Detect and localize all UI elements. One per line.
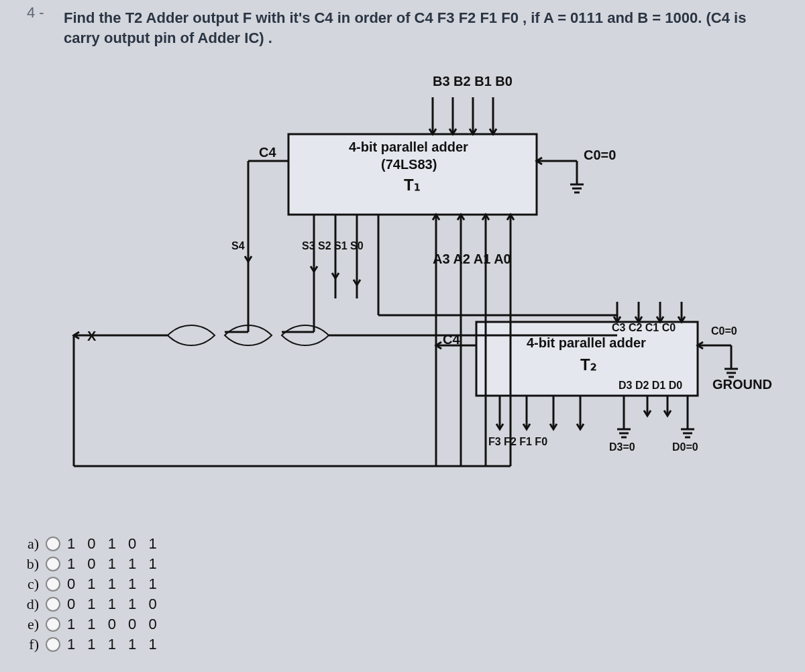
radio-icon[interactable] — [46, 617, 60, 632]
t2-title: 4-bit parallel adder — [527, 335, 646, 351]
t1-line1: 4-bit parallel adder — [349, 139, 468, 155]
t1-c0: C0=0 — [584, 148, 616, 163]
t1-line2: (74LS83) — [381, 157, 437, 172]
answer-e[interactable]: e) 1 1 0 0 0 — [21, 616, 161, 633]
t2-f-outputs: F3 F2 F1 F0 — [488, 436, 547, 448]
answer-value: 1 1 0 0 0 — [67, 616, 161, 633]
answer-d[interactable]: d) 0 1 1 1 0 — [21, 596, 161, 613]
answer-value: 0 1 1 1 0 — [67, 596, 161, 613]
t2-ground: GROUND — [712, 377, 772, 392]
t2-d-outputs: D3 D2 D1 D0 — [619, 380, 682, 392]
t2-c0: C0=0 — [711, 325, 737, 337]
t1-a-inputs: A3 A2 A1 A0 — [433, 251, 511, 267]
answer-letter: c) — [21, 575, 39, 593]
question-text: Find the T2 Adder output F with it's C4 … — [64, 8, 782, 48]
x-output-label: X — [87, 329, 96, 344]
t2-line2: T₂ — [580, 355, 597, 374]
b-inputs-label: B3 B2 B1 B0 — [433, 74, 513, 89]
t2-d3: D3=0 — [609, 441, 635, 453]
answer-letter: f) — [21, 636, 39, 653]
t1-s-outputs: S3 S2 S1 S0 — [302, 240, 364, 252]
answer-list: a) 1 0 1 0 1 b) 1 0 1 1 1 c) 0 1 1 1 1 d… — [21, 535, 161, 653]
answer-f[interactable]: f) 1 1 1 1 1 — [21, 636, 161, 653]
radio-icon[interactable] — [46, 557, 60, 571]
answer-value: 1 1 1 1 1 — [67, 636, 161, 653]
t1-c4: C4 — [259, 145, 276, 160]
answer-letter: b) — [21, 555, 39, 573]
answer-b[interactable]: b) 1 0 1 1 1 — [21, 555, 161, 573]
answer-value: 0 1 1 1 1 — [67, 575, 161, 593]
answer-value: 1 0 1 0 1 — [67, 535, 161, 553]
question-number: 4 - — [27, 4, 44, 21]
radio-icon[interactable] — [46, 637, 60, 652]
radio-icon[interactable] — [46, 537, 60, 551]
t2-c-inputs: C3 C2 C1 C0 — [612, 322, 676, 334]
answer-letter: e) — [21, 616, 39, 633]
answer-value: 1 0 1 1 1 — [67, 555, 161, 573]
circuit-diagram: B3 B2 B1 B0 4-bit parallel adder (74LS83… — [60, 67, 771, 476]
answer-a[interactable]: a) 1 0 1 0 1 — [21, 535, 161, 553]
t1-s4: S4 — [231, 240, 245, 252]
answer-c[interactable]: c) 0 1 1 1 1 — [21, 575, 161, 593]
answer-letter: a) — [21, 535, 39, 553]
radio-icon[interactable] — [46, 597, 60, 612]
diagram-svg — [60, 67, 771, 476]
t1-line3: T₁ — [404, 176, 421, 194]
radio-icon[interactable] — [46, 577, 60, 592]
answer-letter: d) — [21, 596, 39, 613]
t2-c4: C4 — [443, 332, 460, 347]
t2-d0: D0=0 — [672, 441, 698, 453]
